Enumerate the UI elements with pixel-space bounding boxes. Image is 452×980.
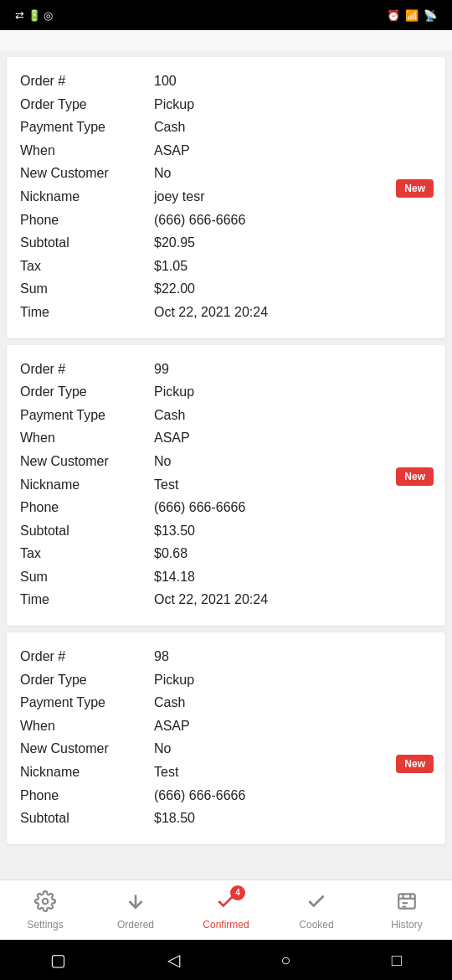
new-badge: New [396, 179, 434, 198]
page-header [0, 30, 452, 50]
android-recent-btn[interactable]: □ [392, 951, 402, 970]
order-field-label: Sum [20, 566, 154, 588]
order-row: Phone(666) 666-6666 [20, 497, 432, 518]
order-field-value: Cash [154, 692, 432, 714]
android-square-btn[interactable]: ▢ [50, 950, 66, 970]
order-field-label: Order # [20, 646, 154, 668]
order-field-label: When [20, 140, 154, 162]
nav-item-history[interactable]: History [373, 890, 440, 931]
order-field-label: Tax [20, 255, 154, 277]
new-badge: New [396, 467, 434, 486]
wifi-icon: 📶 [405, 9, 419, 22]
order-field-value: Cash [154, 405, 432, 426]
order-row: NicknameTest [20, 474, 432, 496]
android-back-btn[interactable]: ◁ [167, 950, 180, 970]
order-field-value: 100 [154, 70, 432, 92]
order-field-value: $18.50 [154, 807, 432, 829]
order-field-value: $1.05 [154, 255, 432, 277]
order-row: WhenASAP [20, 427, 432, 449]
order-field-value: $14.18 [154, 566, 432, 588]
order-field-value: ASAP [154, 715, 432, 737]
order-field-label: Subtotal [20, 807, 154, 829]
order-row: New CustomerNo [20, 738, 432, 760]
order-row: NicknameTest [20, 761, 432, 783]
orders-list: Order #100Order TypePickupPayment TypeCa… [0, 50, 452, 879]
order-field-value: $22.00 [154, 278, 432, 300]
order-field-value: $0.68 [154, 543, 432, 565]
order-field-value: 99 [154, 358, 432, 380]
order-field-label: Time [20, 589, 154, 611]
order-field-value: No [154, 738, 432, 760]
nav-item-ordered[interactable]: Ordered [102, 890, 169, 931]
order-row: Nicknamejoey tesr [20, 186, 432, 208]
order-field-value: (666) 666-6666 [154, 209, 432, 231]
order-row: Order TypePickup [20, 669, 432, 691]
order-field-value: 98 [154, 646, 432, 668]
confirmed-icon: 4 [215, 890, 237, 917]
order-field-label: New Customer [20, 451, 154, 472]
order-row: Sum$22.00 [20, 278, 432, 300]
order-row: Phone(666) 666-6666 [20, 785, 432, 807]
order-row: Order #100 [20, 70, 432, 92]
order-field-value: Pickup [154, 94, 432, 116]
order-field-value: Pickup [154, 381, 432, 403]
order-row: Subtotal$18.50 [20, 807, 432, 829]
order-field-label: Phone [20, 497, 154, 518]
order-field-value: $13.50 [154, 520, 432, 542]
order-field-value: joey tesr [154, 186, 432, 208]
nav-item-cooked[interactable]: Cooked [283, 890, 350, 931]
order-field-value: $20.95 [154, 232, 432, 254]
order-field-value: Test [154, 474, 432, 496]
signal-icon: 📡 [424, 9, 437, 22]
order-field-label: Order Type [20, 381, 154, 403]
order-card-order-99[interactable]: Order #99Order TypePickupPayment TypeCas… [7, 345, 445, 627]
order-field-value: Pickup [154, 669, 432, 691]
order-field-value: No [154, 451, 432, 472]
order-field-label: Phone [20, 785, 154, 807]
status-icons: ⇄ 🔋 ◎ [15, 9, 53, 22]
order-field-label: Order Type [20, 94, 154, 116]
status-bar: ⇄ 🔋 ◎ ⏰ 📶 📡 [0, 0, 452, 30]
order-row: Payment TypeCash [20, 692, 432, 714]
history-icon [396, 890, 418, 917]
nav-item-settings[interactable]: Settings [12, 890, 79, 931]
svg-point-0 [43, 898, 49, 904]
nav-item-confirmed[interactable]: 4Confirmed [193, 890, 259, 931]
order-field-label: Order Type [20, 669, 154, 691]
android-nav-bar: ▢ ◁ ○ □ [0, 940, 452, 980]
order-card-order-98[interactable]: Order #98Order TypePickupPayment TypeCas… [7, 632, 445, 844]
nav-label-settings: Settings [27, 919, 63, 931]
order-field-label: Phone [20, 209, 154, 231]
status-bar-right: ⏰ 📶 📡 [387, 9, 442, 22]
order-row: WhenASAP [20, 140, 432, 162]
order-field-label: Time [20, 302, 154, 323]
order-row: New CustomerNo [20, 451, 432, 472]
order-row: Tax$1.05 [20, 255, 432, 277]
ordered-icon [125, 890, 146, 917]
order-field-value: ASAP [154, 140, 432, 162]
order-row: WhenASAP [20, 715, 432, 737]
order-field-label: Order # [20, 70, 154, 92]
order-field-value: Cash [154, 116, 432, 138]
nav-label-cooked: Cooked [299, 919, 333, 931]
nav-label-confirmed: Confirmed [203, 919, 249, 931]
order-field-value: Oct 22, 2021 20:24 [154, 589, 432, 611]
order-row: TimeOct 22, 2021 20:24 [20, 589, 432, 611]
order-field-value: ASAP [154, 427, 432, 449]
order-field-label: Nickname [20, 474, 154, 496]
order-row: Order #99 [20, 358, 432, 380]
order-row: Order TypePickup [20, 94, 432, 116]
order-card-order-100[interactable]: Order #100Order TypePickupPayment TypeCa… [7, 57, 445, 338]
order-field-label: When [20, 715, 154, 737]
svg-rect-2 [398, 894, 415, 908]
cooked-icon [306, 890, 327, 917]
nav-label-history: History [391, 919, 422, 931]
bottom-nav: SettingsOrdered4ConfirmedCookedHistory [0, 879, 452, 940]
order-field-label: Subtotal [20, 520, 154, 542]
order-field-label: Tax [20, 543, 154, 565]
order-row: Payment TypeCash [20, 116, 432, 138]
order-field-label: Payment Type [20, 116, 154, 138]
android-home-btn[interactable]: ○ [280, 951, 290, 970]
alarm-icon: ⏰ [387, 9, 400, 22]
order-row: Phone(666) 666-6666 [20, 209, 432, 231]
